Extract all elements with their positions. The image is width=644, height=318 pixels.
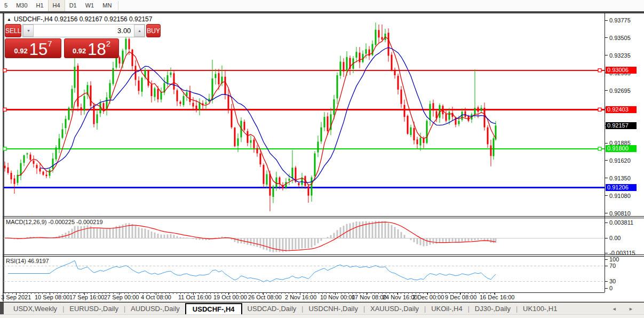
chart-tab-ukoil-h4[interactable]: UKOil-,H4: [426, 304, 468, 314]
price-axis-tick[interactable]: 0.91350: [609, 175, 631, 181]
arrow-down-icon: ▼: [27, 29, 30, 33]
price-axis-tick[interactable]: 0.90810: [609, 210, 631, 217]
bid-price-pip: 7: [47, 41, 52, 47]
rsi-axis-tick[interactable]: 30: [609, 278, 616, 284]
rsi-indicator-label: RSI(14) 46.9197: [6, 258, 49, 264]
rsi-axis-tick[interactable]: 70: [609, 263, 616, 269]
time-axis-label[interactable]: 17 Nov 08:00: [352, 294, 386, 300]
mt4-window: 5M30H1H4D1W1MN ▲USDCHF-,H4 0.92156 0.921…: [0, 0, 644, 318]
bid-price-prefix: 0.92: [14, 46, 27, 57]
volume-increase-button[interactable]: ▲: [134, 25, 145, 37]
one-click-trading-widget: SELL ▼ ▲ BUY 0.92 15 7 0.92 18 2: [5, 24, 119, 58]
sell-price-box[interactable]: 0.92 15 7: [5, 38, 61, 58]
chart-tab-eurusd-daily[interactable]: EURUSD-,Daily: [64, 304, 124, 314]
ask-price-pip: 2: [106, 41, 110, 47]
price-axis-tick[interactable]: 0.91620: [609, 157, 631, 164]
hline-price-label: 0.91800: [606, 145, 637, 152]
time-axis-label[interactable]: 26 Oct 08:00: [248, 294, 282, 300]
macd-axis-tick[interactable]: -0.003115: [609, 250, 635, 256]
time-axis-label[interactable]: 10 Sep 08:00: [35, 294, 69, 300]
hline-price-label: 0.93006: [606, 67, 637, 74]
tab-strip-edge: [0, 303, 4, 315]
macd-axis-tick[interactable]: 0.00: [609, 235, 621, 241]
price-axis-tick[interactable]: 0.93505: [609, 35, 631, 41]
time-axis-label[interactable]: 11 Oct 16:00: [178, 294, 211, 300]
time-axis-label[interactable]: 2 Nov 16:00: [285, 294, 316, 300]
time-axis-label[interactable]: 10 Nov 00:00: [320, 294, 355, 300]
arrow-up-icon: ▲: [138, 29, 141, 33]
price-axis-tick[interactable]: 0.93775: [609, 17, 631, 23]
macd-indicator-label: MACD(12,26,9) -0.000225 -0.000219: [6, 219, 103, 225]
ask-price-prefix: 0.92: [73, 46, 86, 57]
chart-title-bar: ▲USDCHF-,H4 0.92156 0.92167 0.92156 0.92…: [7, 15, 152, 23]
buy-button[interactable]: BUY: [146, 24, 161, 37]
hline-price-label: 0.92403: [606, 106, 637, 113]
status-bar: [0, 314, 644, 318]
time-axis-label[interactable]: 19 Oct 00:00: [213, 294, 247, 300]
time-axis-label[interactable]: 17 Sep 16:00: [69, 294, 104, 300]
chart-tab-uk100-h1[interactable]: UK100-,H1: [518, 304, 562, 314]
bid-price-big: 15: [29, 42, 47, 57]
macd-axis-tick[interactable]: 0.003811: [609, 219, 633, 226]
tab-scroll-arrows[interactable]: ◄ ►: [612, 306, 639, 312]
chart-tab-usdcnh-daily[interactable]: USDCNH-,Daily: [303, 304, 363, 314]
current-price-label: 0.92157: [606, 122, 637, 129]
rsi-axis-tick[interactable]: 100: [609, 256, 619, 263]
price-axis-tick[interactable]: 0.92695: [609, 88, 631, 94]
hline-price-label: 0.91206: [606, 184, 637, 191]
collapse-chart-icon[interactable]: ▲: [7, 17, 11, 22]
volume-decrease-button[interactable]: ▼: [23, 25, 34, 37]
chart-tab-xauusd-daily[interactable]: XAUUSD-,Daily: [365, 304, 424, 314]
chart-tab-usdchf-h4[interactable]: USDCHF-,H4: [185, 303, 242, 315]
volume-spinner: ▼ ▲: [22, 24, 145, 37]
ask-price-big: 18: [88, 42, 106, 57]
time-axis-label[interactable]: 27 Sep 00:00: [104, 294, 139, 300]
rsi-axis-tick[interactable]: 0: [609, 285, 613, 291]
time-axis-label[interactable]: 4 Oct 08:00: [141, 294, 171, 300]
chart-tab-usdx-weekly[interactable]: USDX,Weekly: [8, 304, 62, 314]
chart-ohlc-values: 0.92156 0.92167 0.92156 0.92157: [54, 15, 153, 23]
buy-price-box[interactable]: 0.92 18 2: [64, 38, 119, 58]
chart-tab-bar: USDX,Weekly|EURUSD-,Daily|AUDUSD-,DailyU…: [0, 302, 644, 315]
chart-tab-dj30-daily[interactable]: DJ30-,Daily: [470, 304, 516, 314]
price-axis-tick[interactable]: 0.91080: [609, 193, 631, 199]
volume-input[interactable]: [34, 25, 134, 37]
chart-tab-usdcad-daily[interactable]: USDCAD-,Daily: [242, 304, 302, 314]
chart-symbol-title: USDCHF-,H4: [14, 15, 53, 23]
time-axis-label[interactable]: 16 Dec 16:00: [480, 294, 514, 300]
price-axis-tick[interactable]: 0.93235: [609, 52, 631, 59]
time-axis-label[interactable]: 2 Dec 00:00: [412, 294, 444, 300]
time-axis-label[interactable]: 3 Sep 2021: [1, 294, 31, 300]
chart-tab-audusd-daily[interactable]: AUDUSD-,Daily: [125, 304, 185, 314]
sell-button[interactable]: SELL: [5, 24, 21, 37]
time-axis-label[interactable]: 9 Dec 08:00: [445, 294, 476, 300]
